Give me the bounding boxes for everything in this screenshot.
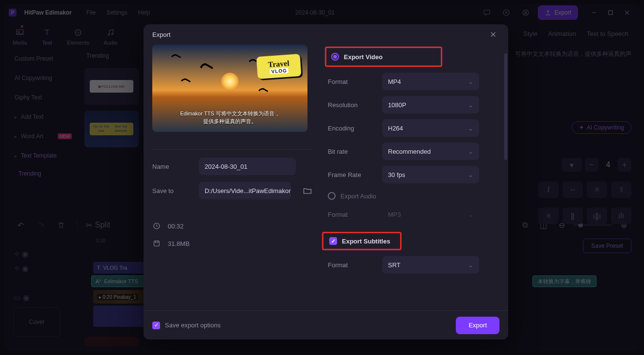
export-dialog: Export Travel VLOG Edimakor TTS 可将中文文本转换… xyxy=(144,24,508,339)
dialog-title: Export xyxy=(152,31,171,38)
chevron-down-icon: ⌄ xyxy=(468,171,473,178)
export-preview: Travel VLOG Edimakor TTS 可将中文文本转换为语音， 提供… xyxy=(152,45,307,132)
resolution-select[interactable]: 1080P⌄ xyxy=(382,96,479,113)
disk-icon xyxy=(152,239,161,248)
subs-format-label: Format xyxy=(328,261,374,269)
preview-caption: Edimakor TTS 可将中文文本转换为语音， 提供多种逼真的声音。 xyxy=(152,110,307,125)
encoding-select[interactable]: H264⌄ xyxy=(382,119,479,137)
radio-off-icon xyxy=(328,192,336,200)
svg-rect-11 xyxy=(154,241,160,246)
name-label: Name xyxy=(152,163,191,170)
audio-format-label: Format xyxy=(328,211,374,218)
export-video-radio[interactable]: Export Video xyxy=(331,53,383,61)
save-export-options-checkbox[interactable]: ✓ Save export options xyxy=(152,322,221,329)
format-select[interactable]: MP4⌄ xyxy=(382,73,479,90)
chevron-down-icon: ⌄ xyxy=(468,211,473,218)
saveto-label: Save to xyxy=(152,187,191,194)
size-value: 31.8MB xyxy=(168,240,190,247)
export-audio-radio[interactable]: Export Audio xyxy=(328,192,499,200)
export-audio-label: Export Audio xyxy=(340,193,376,200)
export-subtitles-label: Export Subtitles xyxy=(342,238,390,245)
name-input[interactable]: 2024-08-30_01 xyxy=(199,158,296,175)
encoding-label: Encoding xyxy=(328,125,374,132)
bitrate-label: Bit rate xyxy=(328,148,374,155)
sticker-line2: VLOG xyxy=(270,67,289,74)
framerate-label: Frame Rate xyxy=(328,171,374,178)
folder-icon[interactable] xyxy=(303,186,312,195)
chevron-down-icon: ⌄ xyxy=(468,261,473,269)
audio-format-select: MP3⌄ xyxy=(382,206,479,223)
sticker-travel-vlog: Travel VLOG xyxy=(257,54,302,79)
format-label: Format xyxy=(328,78,374,85)
save-export-options-label: Save export options xyxy=(165,322,221,329)
checkbox-checked-icon: ✓ xyxy=(152,322,160,329)
chevron-down-icon: ⌄ xyxy=(468,78,473,85)
saveto-input[interactable]: D:/Users/Vide...itPawEdimakor xyxy=(199,182,291,199)
dialog-close-button[interactable] xyxy=(487,28,499,41)
export-video-label: Export Video xyxy=(344,53,383,61)
bitrate-select[interactable]: Recommended⌄ xyxy=(382,143,479,160)
export-confirm-button[interactable]: Export xyxy=(456,317,499,334)
duration-value: 00:32 xyxy=(168,223,184,230)
radio-on-icon xyxy=(331,53,339,61)
export-subtitles-checkbox[interactable]: ✓ Export Subtitles xyxy=(329,237,390,245)
chevron-down-icon: ⌄ xyxy=(468,101,473,109)
resolution-label: Resolution xyxy=(328,101,374,109)
checkbox-checked-icon: ✓ xyxy=(329,237,337,245)
chevron-down-icon: ⌄ xyxy=(468,125,473,132)
clock-icon xyxy=(152,222,161,230)
framerate-select[interactable]: 30 fps⌄ xyxy=(382,166,479,183)
chevron-down-icon: ⌄ xyxy=(468,148,473,155)
dialog-scrollbar[interactable] xyxy=(504,53,507,160)
subs-format-select[interactable]: SRT⌄ xyxy=(382,256,479,274)
